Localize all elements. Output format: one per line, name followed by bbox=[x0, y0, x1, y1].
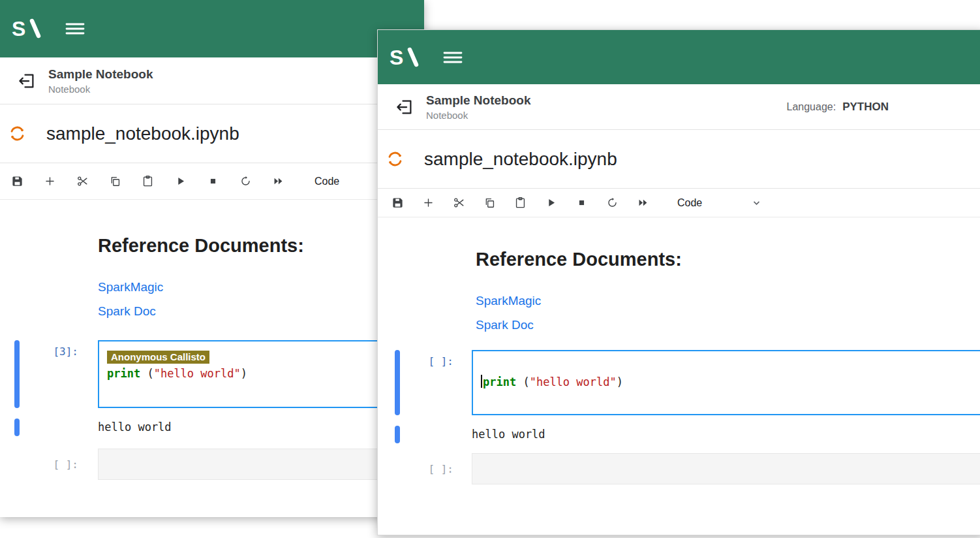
empty-code-cell[interactable] bbox=[472, 453, 980, 484]
back-button[interactable] bbox=[395, 97, 414, 117]
language-indicator: Language: PYTHON bbox=[787, 101, 889, 114]
save-button[interactable] bbox=[10, 175, 23, 188]
output-row: hello world bbox=[378, 426, 980, 444]
add-cell-button[interactable] bbox=[421, 197, 435, 210]
run-cell-button[interactable] bbox=[544, 197, 557, 210]
text-cursor bbox=[481, 375, 482, 388]
code-keyword: print bbox=[483, 375, 516, 388]
hamburger-icon bbox=[64, 20, 86, 38]
notebook-document: Reference Documents: SparkMagic Spark Do… bbox=[378, 249, 980, 484]
run-cell-button[interactable] bbox=[174, 175, 187, 188]
menu-button[interactable] bbox=[64, 20, 86, 38]
restart-icon bbox=[239, 175, 252, 187]
hamburger-icon bbox=[442, 48, 464, 67]
paste-cell-button[interactable] bbox=[141, 175, 154, 188]
logo-letter: S bbox=[390, 46, 403, 69]
code-line: print ("hello world") bbox=[107, 365, 395, 382]
restart-kernel-button[interactable] bbox=[605, 197, 619, 210]
back-button[interactable] bbox=[17, 71, 37, 91]
stop-button[interactable] bbox=[575, 197, 588, 210]
notebook-titlebar: Sample Notebook Notebook Language: PYTHO… bbox=[378, 84, 980, 130]
run-all-button[interactable] bbox=[636, 197, 649, 210]
app-logo: S bbox=[10, 16, 44, 41]
fast-forward-icon bbox=[272, 175, 284, 187]
exit-left-arrow-icon bbox=[395, 97, 414, 117]
spark-doc-link[interactable]: Spark Doc bbox=[476, 316, 980, 334]
save-button[interactable] bbox=[391, 197, 404, 210]
scissors-icon bbox=[453, 197, 465, 209]
stop-icon bbox=[207, 175, 219, 187]
notebook-filename: sample_notebook.ipynb bbox=[46, 123, 239, 144]
add-cell-button[interactable] bbox=[43, 175, 56, 188]
code-cell-row: [ ]: print ("hello world") bbox=[378, 350, 980, 415]
logo-slash bbox=[410, 50, 416, 65]
empty-cell-row: [ ]: bbox=[0, 449, 424, 480]
notebook-file-icon bbox=[8, 125, 26, 142]
cut-cell-button[interactable] bbox=[76, 175, 89, 188]
paste-icon bbox=[142, 175, 154, 187]
plus-icon bbox=[44, 175, 56, 187]
code-keyword: print bbox=[107, 367, 140, 380]
notebook-filename: sample_notebook.ipynb bbox=[424, 149, 617, 170]
exit-left-arrow-icon bbox=[17, 71, 37, 91]
copy-cell-button[interactable] bbox=[483, 197, 496, 210]
sparkmagic-link[interactable]: SparkMagic bbox=[98, 278, 424, 296]
app-header: S bbox=[0, 0, 424, 57]
markdown-heading: Reference Documents: bbox=[476, 249, 980, 270]
play-icon bbox=[174, 175, 187, 187]
code-paren: ( bbox=[140, 367, 153, 380]
notebook-window-background: S Sample Notebook Notebook bbox=[0, 0, 424, 517]
code-cell[interactable]: print ("hello world") bbox=[472, 350, 980, 415]
cell-type-select[interactable]: Code bbox=[314, 176, 339, 187]
notebook-filebar: sample_notebook.ipynb bbox=[0, 104, 424, 163]
output-selection-bar[interactable] bbox=[14, 419, 20, 436]
cell-selection-bar[interactable] bbox=[14, 340, 20, 408]
code-line: print ("hello world") bbox=[481, 373, 974, 390]
app-logo: S bbox=[388, 45, 422, 70]
play-icon bbox=[545, 197, 557, 209]
output-row: hello world bbox=[0, 419, 424, 437]
restart-icon bbox=[606, 197, 619, 209]
page-subtitle: Notebook bbox=[426, 110, 530, 121]
cell-type-dropdown[interactable] bbox=[750, 197, 763, 210]
copy-cell-button[interactable] bbox=[108, 175, 121, 188]
save-icon bbox=[11, 175, 23, 187]
code-paren-close: ) bbox=[241, 367, 247, 380]
output-prompt bbox=[400, 426, 472, 444]
code-string: "hello world" bbox=[154, 367, 241, 380]
cell-prompt: [ ]: bbox=[400, 350, 472, 415]
code-paren-close: ) bbox=[617, 375, 623, 388]
empty-cell-prompt: [ ]: bbox=[20, 458, 98, 471]
output-selection-bar[interactable] bbox=[395, 426, 400, 443]
code-cell-row: [3]: Anonymous Callisto print ("hello wo… bbox=[0, 340, 424, 408]
cell-type-select[interactable]: Code bbox=[677, 197, 702, 209]
cell-selection-bar[interactable] bbox=[395, 350, 400, 415]
code-cell[interactable]: Anonymous Callisto print ("hello world") bbox=[98, 340, 405, 408]
copy-icon bbox=[109, 175, 121, 187]
stop-button[interactable] bbox=[206, 175, 219, 188]
notebook-titlebar: Sample Notebook Notebook bbox=[0, 57, 424, 104]
spark-doc-link[interactable]: Spark Doc bbox=[98, 302, 424, 321]
notebook-filebar: sample_notebook.ipynb bbox=[378, 130, 980, 189]
page-title: Sample Notebook bbox=[48, 67, 153, 82]
notebook-toolbar: Code bbox=[378, 189, 980, 217]
run-all-button[interactable] bbox=[271, 175, 284, 188]
restart-kernel-button[interactable] bbox=[239, 175, 252, 188]
cell-output: hello world bbox=[98, 419, 172, 437]
app-header: S bbox=[378, 30, 980, 84]
code-string: "hello world" bbox=[530, 375, 617, 388]
empty-cell-prompt: [ ]: bbox=[400, 463, 472, 475]
notebook-toolbar: Code bbox=[0, 163, 424, 200]
blank-code-line bbox=[481, 358, 974, 373]
cut-cell-button[interactable] bbox=[452, 197, 465, 210]
save-icon bbox=[391, 197, 404, 209]
page-subtitle: Notebook bbox=[48, 84, 153, 95]
paste-cell-button[interactable] bbox=[513, 197, 527, 210]
sparkmagic-link[interactable]: SparkMagic bbox=[476, 292, 980, 310]
menu-button[interactable] bbox=[442, 48, 464, 67]
chevron-down-icon bbox=[750, 197, 763, 209]
empty-code-cell[interactable] bbox=[98, 449, 405, 480]
collaborator-name-flag: Anonymous Callisto bbox=[107, 351, 209, 364]
fast-forward-icon bbox=[637, 197, 649, 209]
page-title: Sample Notebook bbox=[426, 93, 530, 108]
